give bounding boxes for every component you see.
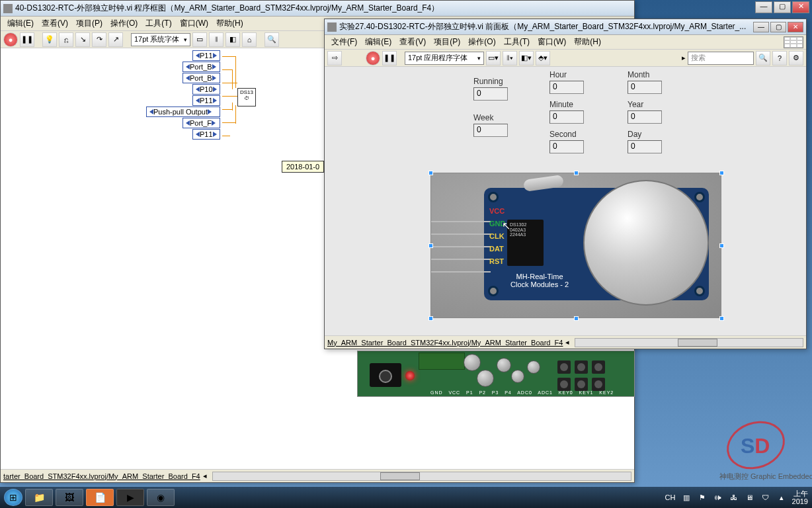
start-button[interactable]: ⊞	[4, 489, 22, 506]
bg-close-button[interactable]: ✕	[792, 1, 809, 13]
taskbar-photos[interactable]: 🖼	[56, 489, 83, 506]
clock[interactable]: 上午 2019	[792, 489, 808, 505]
tray-icon[interactable]: 🕪	[713, 492, 723, 503]
project-path[interactable]: My_ARM_Starter_Board_STM32F4xx.lvproj/My…	[327, 339, 563, 347]
maximize-button[interactable]: ▢	[770, 22, 786, 32]
selection-handle[interactable]	[428, 243, 433, 248]
selection-handle[interactable]	[574, 171, 579, 175]
menu-view[interactable]: 查看(V)	[38, 17, 72, 30]
selection-handle[interactable]	[719, 316, 724, 321]
selection-handle[interactable]	[428, 171, 433, 175]
node-portb-2[interactable]: Port_B	[183, 73, 220, 83]
menu-project[interactable]: 项目(P)	[430, 35, 464, 49]
ds1302-vi-icon[interactable]: DS13⏱	[237, 88, 256, 106]
selection-handle[interactable]	[719, 171, 724, 175]
tray-icon[interactable]: ▥	[681, 492, 692, 503]
menu-tools[interactable]: 工具(T)	[500, 35, 534, 49]
day-value[interactable]: 0	[628, 140, 662, 153]
align-button[interactable]: ▭	[192, 32, 207, 47]
week-value[interactable]: 0	[473, 124, 508, 137]
bg-minimize-button[interactable]: —	[755, 1, 772, 13]
step-into-button[interactable]: ↘	[75, 32, 90, 47]
menu-project[interactable]: 项目(P)	[72, 17, 106, 30]
year-value[interactable]: 0	[628, 110, 662, 124]
tray-icon[interactable]: 🖥	[745, 492, 755, 503]
close-button[interactable]: ✕	[788, 22, 803, 32]
taskbar-explorer[interactable]: 📁	[25, 489, 53, 506]
menu-window[interactable]: 窗口(W)	[534, 35, 570, 49]
settings-button[interactable]: ⚙	[789, 51, 803, 65]
node-p10[interactable]: P10	[192, 84, 220, 95]
step-out-button[interactable]: ↗	[108, 32, 123, 47]
h-scrollbar[interactable]	[212, 472, 631, 481]
menu-edit[interactable]: 编辑(E)	[361, 35, 395, 49]
font-combo[interactable]: 17pt 系统字体	[131, 33, 190, 46]
node-p11-2[interactable]: P11	[192, 95, 220, 106]
minute-value[interactable]: 0	[549, 110, 584, 124]
rtc-module-photo[interactable]: VCC GND CLK DAT RST DS1302 0402A3 2244A3…	[430, 173, 721, 318]
hour-value[interactable]: 0	[549, 81, 584, 94]
second-value[interactable]: 0	[549, 140, 584, 153]
taskbar-camtasia[interactable]: ◉	[147, 489, 175, 506]
align-button[interactable]: ▭▾	[486, 51, 501, 65]
front-panel-titlebar[interactable]: 实验27.40-DS1302-RTC-外部独立时钟.vi 前面板（My_ARM_…	[325, 19, 806, 35]
month-value[interactable]: 0	[628, 81, 662, 94]
resize-button[interactable]: ◧▾	[519, 51, 534, 65]
power-led-icon	[405, 371, 415, 380]
retain-button[interactable]: ⎌	[59, 32, 73, 47]
reorder-button[interactable]: ⬘▾	[536, 51, 550, 65]
front-panel-canvas[interactable]: Running 0 Week 0 Hour 0 Minute 0 Second …	[325, 67, 806, 335]
menu-help[interactable]: 帮助(H)	[570, 35, 605, 49]
run-arrow-button[interactable]: ⇨	[327, 51, 342, 65]
bg-maximize-button[interactable]: ▢	[774, 1, 791, 13]
menu-help[interactable]: 帮助(H)	[212, 17, 247, 30]
taskbar-pdf[interactable]: 📄	[86, 489, 114, 506]
node-pushpull[interactable]: Push-pull Output	[146, 106, 220, 117]
rtc-board-text: MH-Real-Time Clock Modules - 2	[510, 273, 569, 288]
font-combo[interactable]: 17pt 应用程序字体	[405, 52, 484, 65]
pause-button[interactable]: ❚❚	[382, 51, 397, 65]
selection-handle[interactable]	[719, 243, 724, 248]
abort-button[interactable]: ●	[366, 51, 380, 65]
menu-operate[interactable]: 操作(O)	[464, 35, 499, 49]
menu-view[interactable]: 查看(V)	[395, 35, 430, 49]
node-p11-3[interactable]: P11	[192, 129, 220, 140]
help-button[interactable]: ?	[772, 51, 787, 65]
distribute-button[interactable]: ⫴▾	[503, 51, 517, 65]
front-panel-menubar: 文件(F) 编辑(E) 查看(V) 项目(P) 操作(O) 工具(T) 窗口(W…	[325, 35, 806, 50]
selection-handle[interactable]	[428, 316, 433, 321]
project-path[interactable]: tarter_Board_STM32F4xx.lvproj/My_ARM_Sta…	[3, 472, 200, 480]
step-over-button[interactable]: ↷	[92, 32, 106, 47]
search-input[interactable]: 搜索	[688, 52, 754, 65]
taskbar-labview[interactable]: ▶	[116, 489, 144, 506]
menu-operate[interactable]: 操作(O)	[106, 17, 142, 30]
tray-icon[interactable]: 🖧	[729, 492, 739, 503]
reorder-button[interactable]: ◧	[225, 32, 240, 47]
menu-edit[interactable]: 编辑(E)	[3, 17, 38, 30]
minimize-button[interactable]: —	[753, 22, 769, 32]
ime-indicator[interactable]: CH	[665, 492, 676, 503]
taskbar: ⊞ 📁 🖼 📄 ▶ ◉ CH ▥ ⚑ 🕪 🖧 🖥 🛡 ▴ 上午 2019	[0, 487, 812, 508]
block-diagram-titlebar[interactable]: 40-DS1302-RTC-外部独立时钟.vi 程序框图（My_ARM_Star…	[1, 1, 634, 17]
selection-handle[interactable]	[574, 316, 579, 321]
search-button[interactable]: 🔍	[264, 32, 279, 47]
pause-button[interactable]: ❚❚	[20, 32, 34, 47]
search-go-button[interactable]: 🔍	[756, 51, 770, 65]
highlight-button[interactable]: 💡	[42, 32, 57, 47]
tray-icon[interactable]: ⚑	[697, 492, 708, 503]
tray-icon[interactable]: 🛡	[760, 492, 771, 503]
tray-chevron-icon[interactable]: ▴	[776, 492, 787, 503]
run-button[interactable]: ●	[3, 32, 18, 47]
menu-window[interactable]: 窗口(W)	[176, 17, 212, 30]
h-scrollbar[interactable]	[575, 338, 803, 347]
node-p11-1[interactable]: P11	[192, 50, 220, 61]
connector-pane-icon[interactable]	[784, 36, 803, 48]
distribute-button[interactable]: ⫴	[209, 32, 223, 47]
cleanup-button[interactable]: ⌂	[242, 32, 257, 47]
menu-tools[interactable]: 工具(T)	[142, 17, 175, 30]
menu-file[interactable]: 文件(F)	[327, 35, 361, 49]
node-portb-1[interactable]: Port_B	[183, 62, 220, 72]
front-panel-title: 实验27.40-DS1302-RTC-外部独立时钟.vi 前面板（My_ARM_…	[339, 21, 753, 32]
node-portf[interactable]: Port_F	[183, 118, 220, 128]
running-value[interactable]: 0	[473, 87, 508, 101]
